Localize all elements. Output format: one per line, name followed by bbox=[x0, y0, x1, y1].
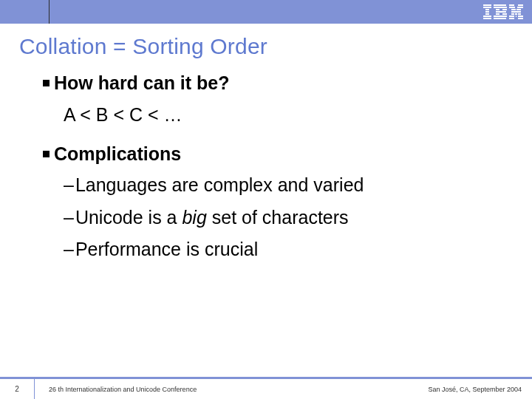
ibm-logo-icon bbox=[483, 4, 523, 19]
sub-bullet-languages: – Languages are complex and varied bbox=[43, 175, 510, 196]
text-fragment: set of characters bbox=[207, 207, 349, 228]
svg-rect-20 bbox=[511, 9, 516, 10]
footer-conference: 26 th Internationalization and Unicode C… bbox=[49, 379, 197, 399]
bullet-how-hard: How hard can it be? bbox=[43, 72, 510, 94]
svg-rect-3 bbox=[485, 11, 489, 13]
sub-bullet-text: Performance is crucial bbox=[75, 239, 258, 260]
sub-bullet-text: Languages are complex and varied bbox=[75, 175, 364, 196]
svg-rect-16 bbox=[509, 4, 514, 6]
svg-rect-21 bbox=[516, 9, 521, 10]
square-bullet-icon bbox=[43, 80, 50, 86]
svg-rect-1 bbox=[483, 7, 491, 8]
svg-rect-18 bbox=[509, 7, 515, 8]
svg-rect-14 bbox=[494, 16, 507, 17]
sub-bullet-performance: – Performance is crucial bbox=[43, 239, 510, 260]
footer: 2 26 th Internationalization and Unicode… bbox=[0, 377, 532, 399]
svg-rect-17 bbox=[518, 4, 523, 6]
svg-rect-22 bbox=[511, 11, 521, 13]
svg-rect-25 bbox=[518, 13, 521, 15]
svg-rect-7 bbox=[494, 4, 506, 6]
footer-divider bbox=[34, 379, 35, 399]
svg-rect-15 bbox=[494, 18, 506, 19]
dash-icon: – bbox=[64, 175, 74, 196]
svg-rect-11 bbox=[496, 11, 506, 13]
svg-rect-6 bbox=[483, 18, 491, 19]
header-bar bbox=[0, 0, 532, 24]
svg-rect-27 bbox=[516, 16, 516, 17]
svg-rect-24 bbox=[515, 13, 517, 15]
svg-rect-0 bbox=[483, 4, 491, 6]
svg-rect-8 bbox=[494, 7, 507, 8]
sub-bullet-text: Unicode is a big set of characters bbox=[75, 208, 349, 228]
svg-rect-2 bbox=[485, 9, 489, 10]
svg-rect-10 bbox=[502, 9, 507, 10]
svg-rect-5 bbox=[483, 16, 491, 17]
sub-bullet-unicode: – Unicode is a big set of characters bbox=[43, 208, 510, 228]
page-number: 2 bbox=[0, 379, 34, 399]
bullet-complications: Complications bbox=[43, 143, 510, 165]
bullet-text: Complications bbox=[54, 143, 181, 165]
svg-rect-4 bbox=[485, 13, 489, 15]
svg-rect-13 bbox=[502, 13, 507, 15]
svg-rect-9 bbox=[496, 9, 499, 10]
bullet-text: How hard can it be? bbox=[54, 72, 230, 94]
text-fragment: Unicode is a bbox=[75, 207, 183, 228]
svg-rect-23 bbox=[511, 13, 514, 15]
svg-rect-28 bbox=[518, 16, 523, 17]
footer-location: San José, CA, September 2004 bbox=[428, 379, 522, 399]
emphasis-text: big bbox=[182, 207, 206, 228]
bullet-example: A < B < C < … bbox=[43, 104, 510, 126]
slide-body: How hard can it be? A < B < C < … Compli… bbox=[0, 72, 532, 377]
svg-rect-26 bbox=[509, 16, 514, 17]
dash-icon: – bbox=[64, 239, 74, 260]
square-bullet-icon bbox=[43, 151, 50, 157]
slide: Collation = Sorting Order How hard can i… bbox=[0, 0, 532, 399]
slide-title: Collation = Sorting Order bbox=[0, 24, 532, 72]
svg-rect-12 bbox=[496, 13, 499, 15]
header-tick bbox=[49, 0, 50, 24]
svg-rect-30 bbox=[518, 18, 523, 19]
dash-icon: – bbox=[64, 208, 74, 228]
svg-rect-19 bbox=[517, 7, 523, 8]
svg-rect-29 bbox=[509, 18, 514, 19]
